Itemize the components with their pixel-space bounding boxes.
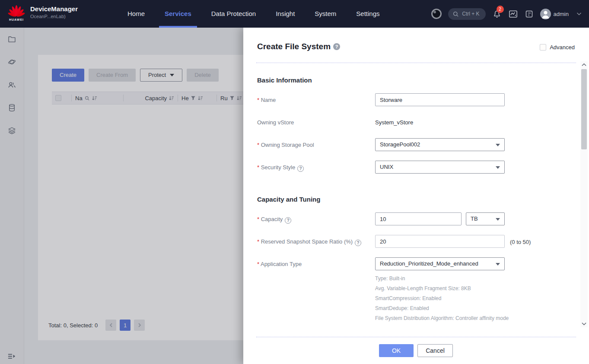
scroll-up-icon[interactable] (580, 61, 588, 68)
snapshot-ratio-help-icon[interactable] (355, 240, 361, 246)
nav-data-protection[interactable]: Data Protection (201, 0, 266, 28)
brand-text: HUAWEI (8, 18, 25, 21)
security-style-value: UNIX (380, 164, 393, 170)
chevron-down-icon[interactable] (575, 10, 583, 18)
modal-overlay (0, 28, 243, 364)
advanced-checkbox[interactable] (540, 44, 546, 51)
owning-storage-pool-value: StoragePool002 (380, 141, 420, 148)
section-capacity-tuning: Capacity and Tuning (257, 196, 320, 203)
capacity-unit-value: TB (471, 215, 478, 222)
app-logo: HUAWEI DeviceManager OceanP...enLab) (8, 3, 78, 21)
performance-button[interactable] (508, 9, 518, 19)
owning-vstore-label: Owning vStore (257, 119, 294, 126)
name-input[interactable] (375, 93, 505, 106)
ok-button[interactable]: OK (379, 344, 414, 357)
owning-storage-pool-select[interactable]: StoragePool002 (375, 138, 505, 151)
cancel-button[interactable]: Cancel (417, 344, 453, 357)
security-style-help-icon[interactable] (297, 165, 304, 172)
ai-assistant-icon[interactable] (431, 9, 442, 19)
task-report-button[interactable] (525, 9, 534, 19)
security-style-label: Security Style (257, 164, 304, 172)
notification-badge: 2 (497, 6, 504, 13)
separator (256, 337, 576, 337)
nav-settings[interactable]: Settings (346, 0, 389, 28)
snapshot-ratio-label-text: Reserved Snapshot Space Ratio (%) (257, 238, 353, 245)
search-shortcut: Ctrl + K (462, 11, 479, 17)
detail-line: Type: Built-in (375, 274, 509, 284)
user-icon (540, 9, 551, 19)
owning-storage-pool-label: Owning Storage Pool (257, 142, 314, 148)
nav-system[interactable]: System (305, 0, 346, 28)
advanced-toggle[interactable]: Advanced (540, 44, 575, 51)
notifications-button[interactable]: 2 (492, 9, 502, 19)
create-file-system-modal: Create File System Advanced Basic Inform… (243, 28, 589, 364)
application-type-select[interactable]: Reduction_Prioritized_Mode_enhanced (375, 257, 505, 270)
user-menu[interactable]: admin (540, 9, 569, 19)
main-nav: Home Services Data Protection Insight Sy… (118, 0, 390, 28)
security-style-label-text: Security Style (257, 164, 295, 171)
nav-insight[interactable]: Insight (266, 0, 305, 28)
snapshot-ratio-input[interactable] (375, 235, 505, 248)
modal-title: Create File System (257, 42, 340, 51)
capacity-unit-select[interactable]: TB (466, 212, 505, 225)
separator (256, 63, 576, 63)
global-search[interactable]: Ctrl + K (448, 8, 485, 20)
name-label: Name (257, 97, 276, 103)
snapshot-ratio-label: Reserved Snapshot Space Ratio (%) (257, 238, 361, 246)
avatar (540, 9, 551, 19)
search-icon (452, 11, 459, 17)
detail-line: Avg. Variable-Length Fragment Size: 8KB (375, 284, 509, 294)
modal-title-text: Create File System (257, 42, 331, 51)
snapshot-ratio-hint: (0 to 50) (510, 239, 531, 245)
app-title: DeviceManager (30, 5, 78, 13)
report-icon (525, 9, 534, 19)
section-basic-information: Basic Information (257, 76, 312, 84)
modal-scrollbar[interactable] (580, 61, 588, 327)
application-type-details: Type: Built-in Avg. Variable-Length Frag… (375, 274, 509, 323)
top-bar: HUAWEI DeviceManager OceanP...enLab) Hom… (0, 0, 589, 28)
capacity-label-text: Capacity (257, 216, 283, 222)
application-type-value: Reduction_Prioritized_Mode_enhanced (380, 260, 478, 267)
huawei-flower-icon (8, 3, 25, 19)
advanced-label: Advanced (550, 44, 575, 51)
modal-help-icon[interactable] (333, 43, 340, 50)
detail-line: SmartDedupe: Enabled (375, 304, 509, 313)
user-name: admin (554, 11, 569, 17)
capacity-input[interactable] (375, 212, 462, 225)
scroll-down-icon[interactable] (580, 320, 588, 327)
detail-line: File System Distribution Algorithm: Cont… (375, 313, 509, 323)
security-style-select[interactable]: UNIX (375, 161, 505, 174)
capacity-label: Capacity (257, 216, 291, 224)
nav-home[interactable]: Home (118, 0, 155, 28)
capacity-help-icon[interactable] (285, 217, 291, 224)
owning-vstore-value: System_vStore (375, 119, 413, 126)
scrollbar-thumb[interactable] (581, 69, 587, 149)
nav-services[interactable]: Services (155, 0, 201, 28)
application-type-label: Application Type (257, 261, 302, 267)
performance-chart-icon (508, 9, 518, 19)
app-subtitle: OceanP...enLab) (30, 14, 78, 19)
detail-line: SmartCompression: Enabled (375, 294, 509, 304)
